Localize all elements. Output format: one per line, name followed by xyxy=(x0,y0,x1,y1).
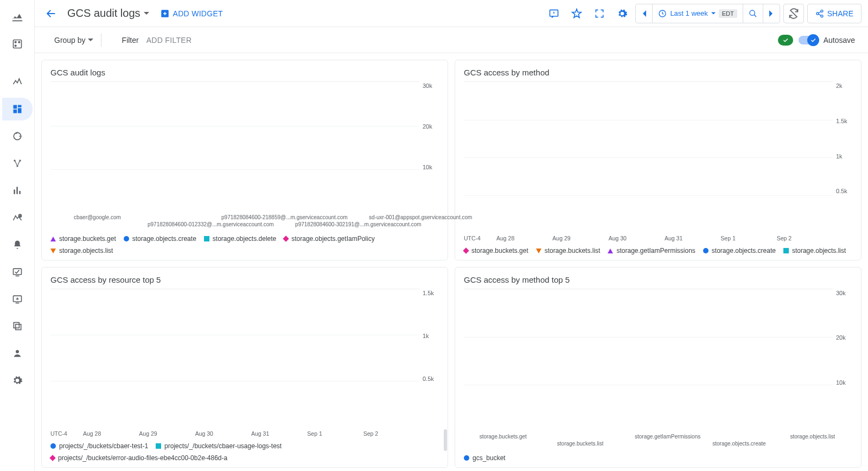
top-bar: GCS audit logs ADD WIDGET Last 1 week ED… xyxy=(35,0,868,27)
rail-groups-icon[interactable] xyxy=(2,315,33,338)
add-filter-button[interactable]: ADD FILTER xyxy=(146,36,192,44)
svg-point-17 xyxy=(16,350,19,353)
chart-title: GCS access by resource top 5 xyxy=(50,275,439,284)
svg-rect-11 xyxy=(19,191,21,194)
svg-point-24 xyxy=(821,15,823,17)
legend-item[interactable]: storage.objects.getIamPolicy xyxy=(284,235,374,243)
chart-title: GCS access by method xyxy=(464,68,852,77)
chevron-down-icon xyxy=(144,11,149,16)
legend-item[interactable]: storage.buckets.list xyxy=(536,247,601,254)
chart-title: GCS audit logs xyxy=(50,68,439,77)
back-button[interactable] xyxy=(41,4,61,23)
rail-traces-icon[interactable] xyxy=(2,152,33,175)
share-icon xyxy=(815,9,824,18)
legend-item[interactable]: projects/_/buckets/error-audio-files-ebe… xyxy=(50,454,227,462)
autosave-toggle[interactable] xyxy=(799,36,818,44)
svg-point-8 xyxy=(16,165,18,167)
star-icon[interactable] xyxy=(567,4,586,23)
group-by-dropdown[interactable]: Group by xyxy=(54,34,101,47)
rail-alerting-icon[interactable] xyxy=(2,233,33,256)
rail-services-icon[interactable] xyxy=(2,125,33,148)
auto-refresh-button[interactable] xyxy=(783,4,804,23)
chart-legend: storage.buckets.getstorage.objects.creat… xyxy=(50,230,439,254)
rail-logging-icon[interactable] xyxy=(2,179,33,202)
rail-uptime-icon[interactable] xyxy=(2,260,33,283)
add-widget-button[interactable]: ADD WIDGET xyxy=(156,9,227,18)
y-axis: 30k20k10k xyxy=(419,81,439,214)
x-axis: cbaer@google.comp971828084600-012332@...… xyxy=(50,214,439,230)
svg-rect-16 xyxy=(15,324,21,330)
legend-item[interactable]: storage.buckets.get xyxy=(464,247,528,254)
gear-icon[interactable] xyxy=(612,4,632,23)
legend-item[interactable]: storage.objects.create xyxy=(124,235,196,243)
rail-synthetic-icon[interactable] xyxy=(2,288,33,310)
legend-item[interactable]: storage.objects.delete xyxy=(204,235,276,243)
plus-box-icon xyxy=(160,9,170,18)
legend-item[interactable]: storage.objects.create xyxy=(703,247,776,254)
y-axis: 30k20k10k xyxy=(833,289,852,434)
rail-permissions-icon[interactable] xyxy=(2,342,33,365)
chart-legend: storage.buckets.getstorage.buckets.lists… xyxy=(464,241,852,254)
rail-explorer-icon[interactable] xyxy=(2,71,33,93)
legend-item[interactable]: gcs_bucket xyxy=(464,454,506,462)
rail-error-icon[interactable] xyxy=(2,206,33,229)
fullscreen-icon[interactable] xyxy=(590,4,609,23)
svg-point-22 xyxy=(821,10,823,12)
legend-item[interactable]: projects/_/buckets/cbaer-test-1 xyxy=(50,442,148,450)
svg-point-21 xyxy=(750,10,755,15)
status-badge xyxy=(778,35,793,46)
y-axis: 2k1.5k1k0.5k xyxy=(833,81,852,233)
tz-chip: EDT xyxy=(719,9,737,18)
x-axis: storage.buckets.getstorage.buckets.lists… xyxy=(464,434,852,449)
rail-dashboards-icon[interactable] xyxy=(2,98,33,120)
chart-legend: projects/_/buckets/cbaer-test-1projects/… xyxy=(50,437,439,462)
svg-rect-10 xyxy=(16,187,18,194)
legend-item[interactable]: storage.getIamPermissions xyxy=(608,247,695,254)
chart-card-gcs-access-by-method-top5: GCS access by method top 5 30k20k10k sto… xyxy=(455,267,861,468)
chart-plot[interactable] xyxy=(50,289,419,428)
x-axis: UTC-4Aug 28Aug 29Aug 30Aug 31Sep 1Sep 2 xyxy=(464,233,852,241)
chart-title: GCS access by method top 5 xyxy=(464,275,852,284)
legend-item[interactable]: storage.objects.list xyxy=(783,247,846,254)
dashboard-grid: GCS audit logs △ 30k20k10k cbaer@google.… xyxy=(35,53,868,471)
share-button[interactable]: SHARE xyxy=(807,4,861,23)
svg-rect-1 xyxy=(13,40,21,48)
svg-rect-15 xyxy=(14,322,19,328)
chart-card-gcs-access-by-resource: GCS access by resource top 5 1.5k1k0.5k … xyxy=(41,267,448,468)
clock-icon xyxy=(658,9,667,18)
rail-metrics-icon[interactable] xyxy=(2,33,33,55)
time-next-button[interactable] xyxy=(763,4,780,23)
feedback-icon[interactable] xyxy=(544,4,564,23)
filter-icon xyxy=(109,35,119,45)
svg-point-23 xyxy=(816,12,819,15)
rail-settings-icon[interactable] xyxy=(2,369,33,392)
legend-item[interactable]: storage.objects.list xyxy=(50,247,113,254)
chart-plot[interactable] xyxy=(464,289,833,434)
svg-point-3 xyxy=(18,41,20,43)
chart-plot[interactable]: △ xyxy=(50,81,419,214)
chart-card-gcs-access-by-method: GCS access by method 2k1.5k1k0.5k UTC-4A… xyxy=(455,60,861,260)
legend-item[interactable]: storage.buckets.get xyxy=(50,235,116,243)
y-axis: 1.5k1k0.5k xyxy=(419,289,439,428)
rail-home-icon[interactable] xyxy=(2,5,33,28)
svg-point-2 xyxy=(15,41,16,43)
svg-rect-0 xyxy=(12,20,22,21)
legend-item[interactable]: projects/_/buckets/cbaer-usage-logs-test xyxy=(156,442,282,450)
chart-plot[interactable] xyxy=(464,81,833,233)
filter-button[interactable]: Filter xyxy=(109,35,139,45)
svg-rect-9 xyxy=(14,189,15,194)
chevron-down-icon xyxy=(88,37,93,43)
autosave-label: Autosave xyxy=(824,36,855,44)
chart-card-gcs-audit-logs: GCS audit logs △ 30k20k10k cbaer@google.… xyxy=(41,60,448,260)
page-title: GCS audit logs xyxy=(67,7,141,20)
zoom-button[interactable] xyxy=(743,4,763,23)
time-range-picker: Last 1 week EDT xyxy=(635,4,780,23)
filter-bar: Group by Filter ADD FILTER Autosave xyxy=(35,27,868,53)
scrollbar-thumb[interactable] xyxy=(444,429,447,451)
time-prev-button[interactable] xyxy=(636,4,653,23)
x-axis: UTC-4Aug 28Aug 29Aug 30Aug 31Sep 1Sep 2 xyxy=(50,428,439,437)
dashboard-title-dropdown[interactable]: GCS audit logs xyxy=(67,7,149,20)
time-range-button[interactable]: Last 1 week EDT xyxy=(653,4,743,23)
chevron-down-icon xyxy=(711,11,716,16)
chart-legend: gcs_bucket xyxy=(464,449,852,462)
